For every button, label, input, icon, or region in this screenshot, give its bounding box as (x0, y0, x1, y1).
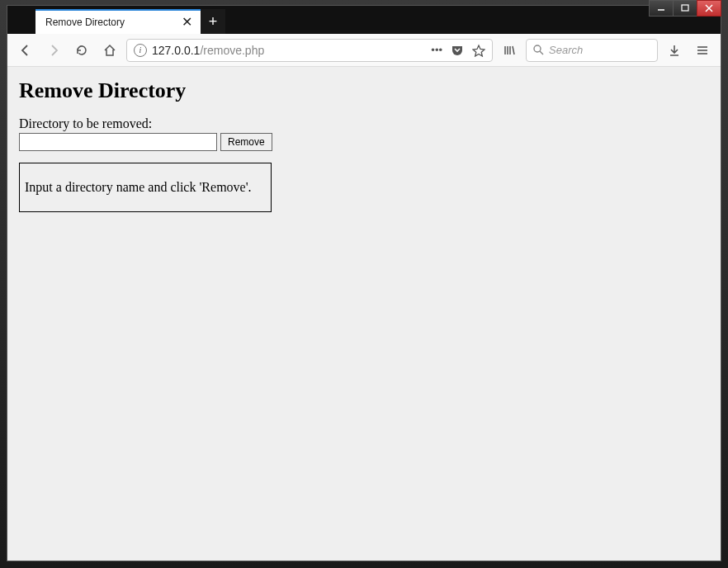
message-box: Input a directory name and click 'Remove… (19, 163, 272, 212)
pocket-icon[interactable] (451, 44, 464, 57)
url-path: /remove.php (200, 44, 264, 57)
page-heading: Remove Directory (19, 78, 709, 103)
address-bar-actions: ••• (431, 44, 485, 57)
directory-label: Directory to be removed: (19, 116, 709, 131)
bookmark-star-icon[interactable] (472, 44, 485, 57)
downloads-button[interactable] (663, 39, 686, 62)
tab-title: Remove Directory (45, 17, 175, 28)
forward-button[interactable] (42, 39, 65, 62)
search-icon (533, 45, 544, 55)
reload-button[interactable] (70, 39, 93, 62)
svg-rect-1 (682, 5, 688, 11)
form-row: Remove (19, 133, 709, 151)
close-window-button[interactable] (697, 0, 721, 17)
svg-line-5 (540, 51, 543, 54)
toolbar: i 127.0.0.1/remove.php ••• (7, 34, 721, 67)
library-button[interactable] (498, 39, 521, 62)
home-button[interactable] (98, 39, 121, 62)
new-tab-button[interactable]: + (201, 9, 225, 34)
tab-close-icon[interactable]: ✕ (182, 16, 192, 29)
page-content: Remove Directory Directory to be removed… (7, 67, 721, 561)
minimize-button[interactable] (649, 0, 674, 17)
window-controls (650, 0, 721, 17)
menu-button[interactable] (691, 39, 714, 62)
search-placeholder: Search (549, 44, 583, 56)
browser-window: Remove Directory ✕ + i 127.0.0.1/remove.… (7, 5, 721, 561)
url-text: 127.0.0.1/remove.php (152, 44, 426, 57)
site-info-icon[interactable]: i (134, 44, 147, 57)
url-host: 127.0.0.1 (152, 44, 200, 57)
more-icon[interactable]: ••• (431, 44, 442, 56)
address-bar[interactable]: i 127.0.0.1/remove.php ••• (126, 39, 493, 62)
svg-point-4 (534, 45, 541, 52)
maximize-button[interactable] (673, 0, 697, 17)
os-window: Remove Directory ✕ + i 127.0.0.1/remove.… (0, 0, 728, 568)
remove-button[interactable]: Remove (220, 133, 272, 151)
back-button[interactable] (14, 39, 37, 62)
search-bar[interactable]: Search (526, 39, 658, 62)
tab-active[interactable]: Remove Directory ✕ (35, 9, 201, 34)
directory-input[interactable] (19, 133, 217, 151)
tab-bar: Remove Directory ✕ + (7, 6, 721, 34)
